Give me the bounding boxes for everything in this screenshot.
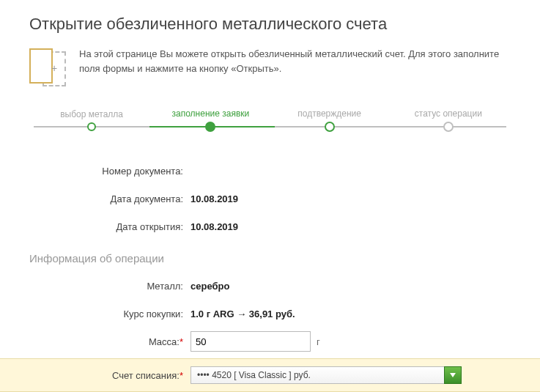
step-confirm: подтверждение [270,108,389,132]
row-doc-number: Номер документа: [29,157,511,185]
row-doc-date: Дата документа: 10.08.2019 [29,185,511,212]
label-open-date: Дата открытия: [29,221,191,232]
step-status: статус операции [389,108,508,132]
label-rate: Курс покупки: [29,308,191,319]
intro-text: На этой странице Вы можете открыть обезл… [79,47,511,75]
debit-account-value: •••• 4520 [ Visa Classic ] руб. [191,366,444,384]
intro-block: + На этой странице Вы можете открыть обе… [29,47,511,88]
new-account-icon: + [29,47,67,88]
page-title: Открытие обезличенного металлического сч… [29,15,511,34]
mass-input[interactable] [191,331,311,352]
label-metal: Металл: [29,281,191,292]
row-rate: Курс покупки: 1.0 г ARG → 36,91 руб. [29,300,511,328]
step-label: статус операции [389,108,508,119]
value-rate: 1.0 г ARG → 36,91 руб. [191,308,295,319]
label-doc-number: Номер документа: [29,166,191,177]
label-debit-account: Счет списания:* [29,370,191,381]
row-open-date: Дата открытия: 10.08.2019 [29,212,511,240]
row-debit-account: Счет списания:* •••• 4520 [ Visa Classic… [0,358,540,392]
value-open-date: 10.08.2019 [191,221,238,232]
dropdown-button[interactable] [444,366,462,384]
debit-account-select[interactable]: •••• 4520 [ Visa Classic ] руб. [191,366,462,384]
value-metal: серебро [191,281,229,292]
row-mass: Масса:* г [29,328,511,355]
section-title: Информация об операции [29,252,511,265]
label-mass: Масса:* [29,336,191,347]
row-metal: Металл: серебро [29,272,511,300]
label-doc-date: Дата документа: [29,193,191,204]
step-form: заполнение заявки [151,108,270,132]
progress-stepper: выбор металла заполнение заявки подтверж… [29,108,511,132]
step-label: заполнение заявки [151,108,270,119]
value-doc-date: 10.08.2019 [191,193,238,204]
step-label: подтверждение [270,108,389,119]
chevron-down-icon [450,373,456,377]
step-metal: выбор металла [32,109,151,131]
mass-unit: г [317,336,320,347]
step-label: выбор металла [32,109,151,119]
